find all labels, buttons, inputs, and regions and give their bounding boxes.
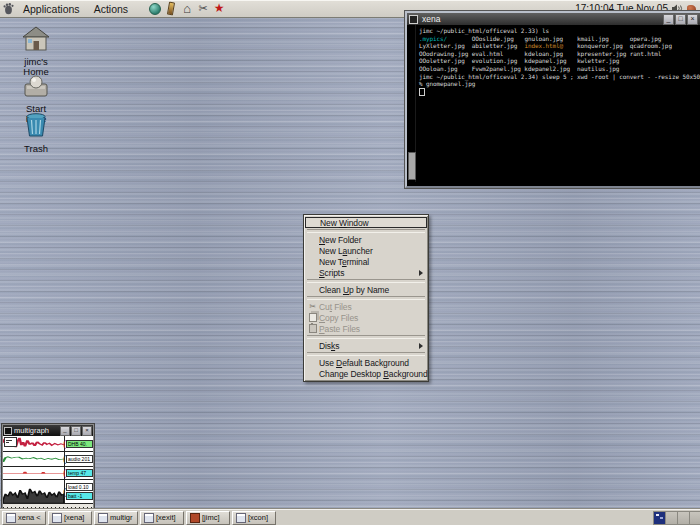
close-button[interactable]: × xyxy=(687,14,698,25)
terminal-title: xena xyxy=(422,14,662,24)
menu-item-label: Use Default Background xyxy=(319,358,409,368)
window-icon xyxy=(236,513,246,523)
taskbar-button-label: [xexit] xyxy=(156,513,176,522)
taskbar-button-xena[interactable]: xena < xyxy=(2,511,46,525)
range-brace: ( xyxy=(63,455,66,463)
globe-icon[interactable] xyxy=(149,2,161,15)
desktop-icon-home[interactable]: jimc'sHome xyxy=(10,26,62,76)
terminal-line xyxy=(419,89,425,96)
menu-item-copy-files: Copy Files xyxy=(305,312,427,323)
menu-item-change-desktop-background[interactable]: Change Desktop Background xyxy=(305,368,427,379)
graph-value-label: batt -1 xyxy=(66,492,93,500)
menu-item-new-folder[interactable]: New Folder xyxy=(305,234,427,245)
multigraph-title: multigraph xyxy=(14,426,59,435)
multigraph-titlebar[interactable]: multigraph _ □ × xyxy=(3,425,93,436)
pencil-icon xyxy=(167,2,175,16)
taskbar: xena <[xena]multigr[xexit][jimc][xcon] xyxy=(0,509,700,525)
taskbar-button-label: [xena] xyxy=(64,513,84,522)
submenu-arrow-icon xyxy=(419,343,423,349)
star-icon[interactable]: ★ xyxy=(213,2,225,15)
minimize-button[interactable]: _ xyxy=(663,14,674,25)
terminal-line: LyXletter.jpg abiletter.jpg index.html@ … xyxy=(419,42,672,49)
terminal-line: jimc ~/public_html/officeval 2.33) ls xyxy=(419,27,549,34)
workspace-cell-2[interactable] xyxy=(666,512,678,524)
task-buttons: xena <[xena]multigr[xexit][jimc][xcon] xyxy=(2,511,278,525)
terminal-line: .mypics/ OOoslide.jpg gnuloan.jpg kmail.… xyxy=(419,35,661,42)
close-button[interactable]: × xyxy=(82,426,92,436)
minimize-button[interactable]: _ xyxy=(60,426,70,436)
cut-icon: ✂ xyxy=(308,302,317,311)
home-glyph-icon[interactable]: ⌂ xyxy=(181,2,193,15)
menu-item-label: New Terminal xyxy=(319,257,369,267)
multigraph-window-icon xyxy=(4,427,12,435)
tools-icon[interactable]: ✂ xyxy=(197,2,209,15)
terminal-line: jimc ~/public_html/officeval 2.34) sleep… xyxy=(419,73,700,80)
star-icon: ★ xyxy=(214,2,225,15)
menu-separator xyxy=(307,296,425,300)
menu-item-label: Paste Files xyxy=(319,324,360,334)
range-brace: ( xyxy=(63,439,66,447)
terminal-line: % gnomepanel.jpg xyxy=(419,80,475,87)
red-app-icon xyxy=(190,513,200,523)
workspace-cell-3[interactable] xyxy=(678,512,690,524)
graph-value-label: temp 47 xyxy=(66,469,93,477)
strip-labels: DHB 40. xyxy=(64,436,93,451)
menu-separator xyxy=(307,279,425,283)
graph-value-label: load 0.10 xyxy=(66,483,93,491)
menu-item-use-default-background[interactable]: Use Default Background xyxy=(305,357,427,368)
copy-icon xyxy=(308,313,317,322)
menu-item-new-launcher[interactable]: New Launcher xyxy=(305,245,427,256)
menu-item-label: New Window xyxy=(320,218,369,228)
graph-strip: (temp 47 xyxy=(3,467,93,480)
submenu-arrow-icon xyxy=(419,270,423,276)
graph-strips: (DHB 40.(audio 201(temp 47(load 0.10batt… xyxy=(3,436,93,504)
trash-icon xyxy=(10,112,62,142)
graph-value-label: audio 201 xyxy=(66,455,93,463)
menu-separator xyxy=(307,352,425,356)
menu-item-cut-files: ✂Cut Files xyxy=(305,301,427,312)
graph-strip: (DHB 40. xyxy=(3,436,93,452)
terminal-window: xena _ □ × jimc ~/public_html/officeval … xyxy=(405,11,700,188)
taskbar-button-xena[interactable]: [xena] xyxy=(48,511,92,525)
taskbar-button-jimc[interactable]: [jimc] xyxy=(186,511,230,525)
pencil-icon[interactable] xyxy=(165,2,177,15)
taskbar-button-label: [xcon] xyxy=(248,513,268,522)
menu-item-label: New Folder xyxy=(319,235,361,245)
desktop-icon-trash[interactable]: Trash xyxy=(10,112,62,154)
applications-menu[interactable]: Applications xyxy=(16,3,87,15)
terminal-titlebar[interactable]: xena _ □ × xyxy=(407,13,700,25)
start-here-icon xyxy=(10,74,62,102)
terminal-output: jimc ~/public_html/officeval 2.33) ls .m… xyxy=(416,25,700,182)
window-icon xyxy=(144,513,154,523)
probe-icon xyxy=(4,437,17,447)
taskbar-button-xcon[interactable]: [xcon] xyxy=(232,511,276,525)
gnome-foot-icon[interactable] xyxy=(0,2,16,15)
taskbar-button-xexit[interactable]: [xexit] xyxy=(140,511,184,525)
terminal-line: OOoletter.jpg evolution.jpg kdepanel.jpg… xyxy=(419,57,619,64)
menu-item-new-window[interactable]: New Window xyxy=(305,217,427,228)
home-icon xyxy=(10,26,62,55)
menu-item-label: Copy Files xyxy=(319,313,358,323)
range-brace: ( xyxy=(63,469,66,477)
window-icon xyxy=(6,513,16,523)
maximize-button[interactable]: □ xyxy=(675,14,686,25)
menu-item-scripts[interactable]: Scripts xyxy=(305,267,427,278)
workspace-cell-4[interactable] xyxy=(690,512,700,524)
scrollbar-thumb[interactable] xyxy=(408,152,416,180)
strip-labels: load 0.10batt -1 xyxy=(64,480,93,503)
terminal-window-icon xyxy=(409,15,418,24)
context-menu: New WindowNew FolderNew LauncherNew Term… xyxy=(303,214,429,382)
menu-item-new-terminal[interactable]: New Terminal xyxy=(305,256,427,267)
menu-item-clean-up-by-name[interactable]: Clean Up by Name xyxy=(305,284,427,295)
terminal-line: OOodrawing.jpg eval.html kdeloan.jpg kpr… xyxy=(419,50,661,57)
menu-item-disks[interactable]: Disks xyxy=(305,340,427,351)
terminal-scrollbar[interactable] xyxy=(407,25,416,182)
menu-separator xyxy=(307,335,425,339)
panel-launchers: ⌂✂★ xyxy=(149,2,225,15)
tools-icon: ✂ xyxy=(198,2,207,15)
terminal-line: OOoloan.jpg Fvwm2panel.jpg kdepanel2.jpg… xyxy=(419,65,619,72)
maximize-button[interactable]: □ xyxy=(71,426,81,436)
actions-menu[interactable]: Actions xyxy=(87,3,135,15)
taskbar-button-multigr[interactable]: multigr xyxy=(94,511,138,525)
workspace-cell-1[interactable] xyxy=(654,512,666,524)
